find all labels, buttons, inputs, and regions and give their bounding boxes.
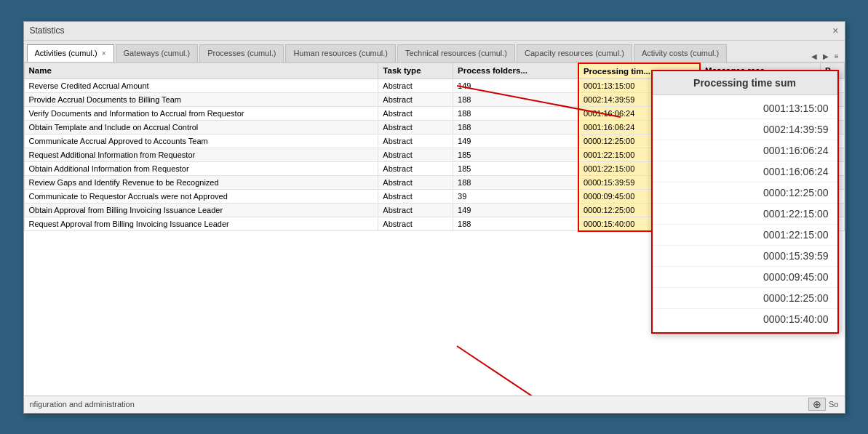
col-header-process-folders: Process folders... [453, 63, 578, 79]
cell-messages_rece-6: 0 [700, 161, 820, 175]
tab-bar: Activities (cumul.) × Gateways (cumul.) … [24, 41, 845, 63]
tab-nav: ◀ ▶ ≡ [808, 51, 842, 62]
cell-name-7: Review Gaps and Identify Revenue to be R… [24, 175, 378, 189]
cell-task_type-4: Abstract [378, 134, 453, 148]
table-row: Communicate Accrual Approved to Accounts… [24, 134, 844, 148]
cell-messages_rece-9: 0 [700, 203, 820, 217]
status-text: nfiguration and administration [30, 400, 135, 409]
cell-processing_time-6: 0001:22:15:00 [578, 161, 700, 175]
cell-p-9 [820, 203, 844, 217]
cell-messages_rece-2: 0 [700, 106, 820, 120]
cell-process_folders-4: 149 [453, 134, 578, 148]
cell-messages_rece-4: 0 [700, 134, 820, 148]
cell-p-3 [820, 120, 844, 134]
cell-processing_time-4: 0000:12:25:00 [578, 134, 700, 148]
tab-menu-arrow[interactable]: ≡ [832, 51, 842, 62]
cell-name-9: Obtain Approval from Billing Invoicing I… [24, 203, 378, 217]
cell-messages_rece-8: 0 [700, 189, 820, 203]
window-title: Statistics [30, 25, 65, 36]
cell-processing_time-1: 0002:14:39:59 [578, 92, 700, 106]
table-row: Request Approval from Billing Invoicing … [24, 217, 844, 231]
tab-human-resources[interactable]: Human resources (cumul.) [285, 44, 396, 62]
tab-capacity-resources[interactable]: Capacity resources (cumul.) [517, 44, 632, 62]
tab-activities-close[interactable]: × [102, 49, 106, 57]
cell-messages_rece-5: 0 [700, 148, 820, 161]
main-table-area[interactable]: Name Task type Process folders... Proces… [24, 63, 845, 395]
tab-capacity-resources-label: Capacity resources (cumul.) [525, 49, 624, 57]
cell-messages_rece-7: 0 [700, 175, 820, 189]
cell-task_type-8: Abstract [378, 189, 453, 203]
close-button[interactable]: × [832, 25, 838, 36]
cell-p-2 [820, 106, 844, 120]
cell-processing_time-2: 0001:16:06:24 [578, 106, 700, 120]
cell-processing_time-9: 0000:12:25:00 [578, 203, 700, 217]
table-row: Communicate to Requestor Accruals were n… [24, 189, 844, 203]
so-label: So [829, 400, 838, 409]
tab-activities[interactable]: Activities (cumul.) × [27, 44, 114, 62]
cell-processing_time-7: 0000:15:39:59 [578, 175, 700, 189]
cell-process_folders-6: 185 [453, 161, 578, 175]
tab-activity-costs-label: Activity costs (cumul.) [642, 49, 719, 57]
cell-task_type-10: Abstract [378, 217, 453, 231]
cell-name-8: Communicate to Requestor Accruals were n… [24, 189, 378, 203]
tab-activity-costs[interactable]: Activity costs (cumul.) [634, 44, 727, 62]
cell-name-0: Reverse Credited Accrual Amount [24, 79, 378, 92]
cell-p-6 [820, 161, 844, 175]
tab-prev-arrow[interactable]: ◀ [808, 51, 820, 62]
table-row: Provide Accrual Documents to Billing Tea… [24, 92, 844, 106]
cell-process_folders-5: 185 [453, 148, 578, 161]
cell-messages_rece-3: 0 [700, 120, 820, 134]
statistics-table: Name Task type Process folders... Proces… [24, 63, 845, 232]
tab-next-arrow[interactable]: ▶ [820, 51, 832, 62]
content-area: Name Task type Process folders... Proces… [24, 63, 845, 395]
col-header-p: P [820, 63, 844, 79]
status-bar-right: ⊕ So [808, 398, 838, 411]
cell-messages_rece-10: 0 [700, 217, 820, 231]
tab-human-resources-label: Human resources (cumul.) [293, 49, 388, 57]
tab-technical-resources[interactable]: Technical resources (cumul.) [397, 44, 515, 62]
col-header-messages-rece: Messages rece... [700, 63, 820, 79]
cell-process_folders-0: 149 [453, 79, 578, 92]
cell-name-3: Obtain Template and Include on Accrual C… [24, 120, 378, 134]
cell-processing_time-3: 0001:16:06:24 [578, 120, 700, 134]
cell-process_folders-2: 188 [453, 106, 578, 120]
cell-name-6: Obtain Additional Information from Reque… [24, 161, 378, 175]
tab-gateways-label: Gateways (cumul.) [124, 49, 191, 57]
col-header-task-type: Task type [378, 63, 453, 79]
table-row: Request Additional Information from Requ… [24, 148, 844, 161]
cell-process_folders-9: 149 [453, 203, 578, 217]
table-row: Review Gaps and Identify Revenue to be R… [24, 175, 844, 189]
cell-p-10 [820, 217, 844, 231]
cell-messages_rece-1: 0 [700, 92, 820, 106]
cell-p-8 [820, 189, 844, 203]
cell-task_type-1: Abstract [378, 92, 453, 106]
cell-p-4 [820, 134, 844, 148]
cell-task_type-2: Abstract [378, 106, 453, 120]
cell-process_folders-7: 188 [453, 175, 578, 189]
table-row: Verify Documents and Information to Accr… [24, 106, 844, 120]
cell-processing_time-5: 0001:22:15:00 [578, 148, 700, 161]
cell-p-1 [820, 92, 844, 106]
tab-processes[interactable]: Processes (cumul.) [199, 44, 284, 62]
cell-processing_time-10: 0000:15:40:00 [578, 217, 700, 231]
tab-gateways[interactable]: Gateways (cumul.) [116, 44, 199, 62]
cell-process_folders-8: 39 [453, 189, 578, 203]
table-row: Obtain Approval from Billing Invoicing I… [24, 203, 844, 217]
cell-task_type-9: Abstract [378, 203, 453, 217]
add-button[interactable]: ⊕ [808, 398, 826, 411]
cell-task_type-7: Abstract [378, 175, 453, 189]
cell-task_type-0: Abstract [378, 79, 453, 92]
table-row: Reverse Credited Accrual AmountAbstract1… [24, 79, 844, 92]
table-row: Obtain Additional Information from Reque… [24, 161, 844, 175]
tab-processes-label: Processes (cumul.) [207, 49, 276, 57]
cell-name-5: Request Additional Information from Requ… [24, 148, 378, 161]
cell-p-5 [820, 148, 844, 161]
cell-name-10: Request Approval from Billing Invoicing … [24, 217, 378, 231]
cell-task_type-6: Abstract [378, 161, 453, 175]
cell-process_folders-3: 188 [453, 120, 578, 134]
status-bar: nfiguration and administration ⊕ So [24, 395, 845, 413]
cell-process_folders-10: 188 [453, 217, 578, 231]
cell-messages_rece-0: 0 [700, 79, 820, 92]
statistics-window: Statistics × Activities (cumul.) × Gatew… [23, 21, 845, 414]
cell-task_type-3: Abstract [378, 120, 453, 134]
